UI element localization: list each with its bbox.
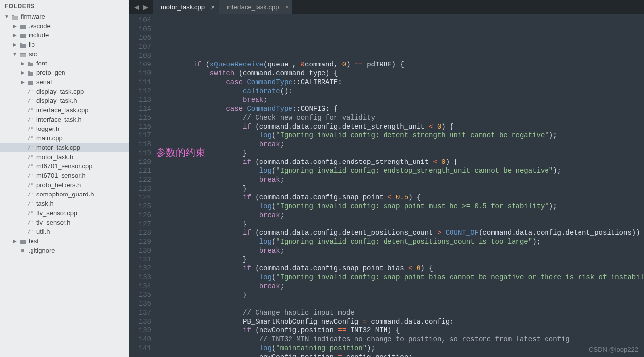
- tree-label: font: [36, 60, 47, 67]
- tree-label: firmware: [21, 13, 45, 20]
- chevron-down-icon[interactable]: ▼: [12, 51, 18, 57]
- file-row[interactable]: /*display_task.h: [0, 96, 129, 105]
- close-icon[interactable]: ×: [285, 3, 289, 11]
- folder-icon: [19, 50, 27, 58]
- chevron-right-icon[interactable]: ▶: [12, 238, 18, 244]
- line-number: 126: [129, 211, 151, 220]
- code-line: break;: [160, 140, 644, 149]
- file-icon: /*: [27, 135, 34, 141]
- code-editor[interactable]: 1041051061071081091101111121131141151161…: [129, 14, 644, 357]
- code-line: log("Ignoring invalid config: snap_point…: [160, 273, 644, 282]
- code-line: if (command.data.config.endstop_strength…: [160, 158, 644, 166]
- folder-row[interactable]: ▼firmware: [0, 12, 129, 21]
- line-number: 117: [129, 131, 151, 140]
- file-row[interactable]: /*interface_task.h: [0, 115, 129, 124]
- file-icon: /*: [27, 182, 34, 188]
- watermark: CSDN @loop222: [589, 345, 638, 354]
- file-row[interactable]: /*logger.h: [0, 124, 129, 133]
- file-icon: /*: [27, 191, 34, 197]
- code-line: if (command.data.config.snap_point_bias …: [160, 264, 644, 273]
- tab-prev-icon[interactable]: ◀: [132, 3, 141, 11]
- folder-icon: [27, 60, 34, 67]
- code-line: if (command.data.config.snap_point < 0.5…: [160, 193, 644, 202]
- folder-row[interactable]: ▶test: [0, 236, 129, 246]
- line-number: 140: [129, 335, 151, 344]
- line-number: 114: [129, 104, 151, 113]
- line-number: 128: [129, 228, 151, 237]
- code-line: // Change haptic input mode: [160, 308, 644, 317]
- tree-label: main.cpp: [36, 134, 63, 142]
- editor-area: ◀ ▶ motor_task.cpp×interface_task.cpp× 1…: [129, 0, 644, 357]
- folder-row[interactable]: ▶.vscode: [0, 21, 129, 31]
- line-number: 123: [129, 184, 151, 193]
- file-row[interactable]: /*proto_helpers.h: [0, 180, 129, 190]
- code-line: if (newConfig.position == INT32_MIN) {: [160, 326, 644, 335]
- code-line: log("Ignoring invalid config: snap_point…: [160, 202, 644, 211]
- line-number: 131: [129, 255, 151, 264]
- file-icon: /*: [27, 144, 34, 151]
- file-icon: /*: [27, 163, 34, 169]
- tree-label: mt6701_sensor.cpp: [36, 162, 92, 170]
- code-line: if (command.data.config.detent_positions…: [160, 228, 644, 237]
- line-number: 113: [129, 96, 151, 104]
- code-line: newConfig.position = config.position;: [160, 353, 644, 357]
- tree-label: interface_task.h: [36, 116, 82, 123]
- folder-icon: [19, 237, 27, 245]
- editor-tab[interactable]: interface_task.cpp×: [219, 0, 293, 14]
- file-row[interactable]: /*motor_task.h: [0, 152, 129, 162]
- code-line: case CommandType::CALIBRATE:: [160, 78, 644, 87]
- editor-tab[interactable]: motor_task.cpp×: [153, 0, 219, 14]
- code-line: log("Ignoring invalid config: endstop_st…: [160, 166, 644, 175]
- file-icon: /*: [27, 107, 34, 113]
- file-row[interactable]: /*display_task.cpp: [0, 87, 129, 96]
- line-number: 111: [129, 78, 151, 87]
- file-row[interactable]: /*main.cpp: [0, 133, 129, 143]
- file-icon: /*: [27, 97, 34, 104]
- line-number: 116: [129, 122, 151, 131]
- file-row[interactable]: /*interface_task.cpp: [0, 105, 129, 115]
- code-content[interactable]: 参数的约束 CSDN @loop222 if (xQueueReceive(qu…: [156, 14, 644, 357]
- folder-icon: [11, 13, 19, 20]
- folder-row[interactable]: ▶font: [0, 59, 129, 68]
- line-number: 109: [129, 60, 151, 69]
- tab-bar: ◀ ▶ motor_task.cpp×interface_task.cpp×: [129, 0, 644, 14]
- file-row[interactable]: /*semaphore_guard.h: [0, 190, 129, 199]
- line-number: 127: [129, 220, 151, 228]
- file-row[interactable]: /*motor_task.cpp: [0, 143, 129, 152]
- tab-next-icon[interactable]: ▶: [141, 3, 150, 11]
- code-line: calibrate();: [160, 87, 644, 96]
- file-row[interactable]: /*tlv_sensor.h: [0, 218, 129, 227]
- line-number: 139: [129, 326, 151, 335]
- tree-label: tlv_sensor.h: [36, 219, 70, 226]
- code-line: // INT32_MIN indicates no change to posi…: [160, 335, 644, 344]
- chevron-right-icon[interactable]: ▶: [20, 79, 26, 85]
- chevron-down-icon[interactable]: ▼: [4, 14, 10, 19]
- chevron-right-icon[interactable]: ▶: [12, 23, 18, 29]
- file-icon: ≡: [19, 247, 27, 254]
- file-row[interactable]: /*util.h: [0, 227, 129, 236]
- chevron-right-icon[interactable]: ▶: [12, 32, 18, 38]
- chevron-right-icon[interactable]: ▶: [20, 61, 26, 66]
- folder-row[interactable]: ▶include: [0, 31, 129, 40]
- file-icon: /*: [27, 228, 34, 235]
- code-line: if (xQueueReceive(queue_, &command, 0) =…: [160, 60, 644, 69]
- folder-row[interactable]: ▶lib: [0, 40, 129, 49]
- file-icon: /*: [27, 154, 34, 160]
- code-line: }: [160, 184, 644, 193]
- code-line: log("Ignoring invalid config: detent_str…: [160, 131, 644, 140]
- file-row[interactable]: /*mt6701_sensor.h: [0, 171, 129, 180]
- file-row[interactable]: /*tlv_sensor.cpp: [0, 208, 129, 218]
- code-line: if (command.data.config.detent_strength_…: [160, 122, 644, 131]
- tree-label: proto_gen: [36, 69, 65, 76]
- close-icon[interactable]: ×: [211, 3, 215, 11]
- tree-label: serial: [36, 78, 52, 86]
- file-row[interactable]: /*task.h: [0, 199, 129, 208]
- file-row[interactable]: ≡.gitignore: [0, 246, 129, 255]
- chevron-right-icon[interactable]: ▶: [12, 42, 18, 47]
- folder-row[interactable]: ▶serial: [0, 77, 129, 87]
- file-row[interactable]: /*mt6701_sensor.cpp: [0, 162, 129, 171]
- folder-row[interactable]: ▼src: [0, 49, 129, 59]
- line-number: 130: [129, 246, 151, 255]
- chevron-right-icon[interactable]: ▶: [20, 70, 26, 75]
- folder-row[interactable]: ▶proto_gen: [0, 68, 129, 77]
